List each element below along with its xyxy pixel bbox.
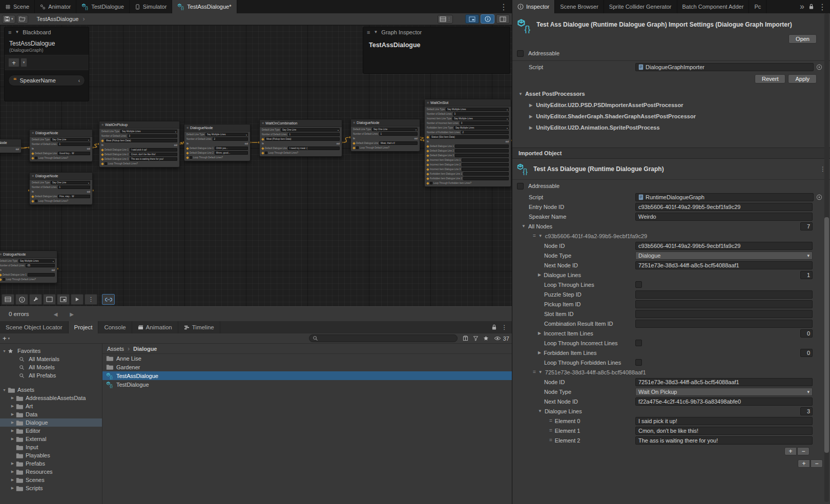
tree-arrow-icon[interactable]: ▼ — [1, 388, 8, 392]
tab-console[interactable]: Console — [98, 321, 132, 333]
panel-menu-kebab-icon[interactable]: ⋮ — [502, 324, 508, 331]
postprocessors-foldout[interactable]: ▼ Asset PostProcessors — [512, 87, 830, 99]
node-field[interactable]: 3 — [460, 121, 509, 125]
prev-error-button[interactable]: ◀ — [54, 311, 58, 317]
node-header[interactable]: ≡WaitOnPickup — [99, 121, 179, 129]
node-line-field[interactable]: I need my meat :( — [288, 146, 340, 150]
array-size-field[interactable]: 7 — [800, 222, 813, 230]
tree-item-all-materials[interactable]: All Materials — [0, 355, 102, 363]
window-tab-testdialogue[interactable]: {}TestDialogue — [76, 0, 130, 13]
inspector-tab-scene-browser[interactable]: Scene Browser — [555, 0, 604, 13]
graph-inspector-toggle-button[interactable] — [15, 294, 28, 305]
minimap-toggle-button[interactable] — [465, 14, 479, 24]
node-field[interactable]: 2 — [461, 131, 509, 134]
add-property-dropdown[interactable]: ▾ — [20, 58, 27, 67]
postprocessor-unityeditor-u2d-animation-spritepostprocess[interactable]: ▶UnityEditor.U2D.Animation.SpritePostPro… — [512, 122, 830, 133]
project-search-input[interactable] — [309, 334, 458, 342]
hidden-count-indicator[interactable]: 37 — [494, 335, 509, 342]
graph-node-dialoguenode[interactable]: ≡DialogueNodeDefault Line TypeSay Multip… — [0, 250, 57, 283]
node-header[interactable]: ≡DialogueNode — [30, 173, 92, 180]
node-dropdown[interactable]: Say Multiple Lines — [452, 117, 509, 120]
dropdown-field[interactable]: Dialogue — [635, 251, 813, 260]
postprocessor-unityeditor-u2d-psd-psdimporterassetpostprocessor[interactable]: ▶UnityEditor.U2D.PSD.PSDImporterAssetPos… — [512, 99, 830, 111]
file-row-gardener[interactable]: Gardener — [102, 363, 512, 371]
chevron-right-icon[interactable]: » — [800, 2, 804, 11]
node-checkbox[interactable] — [105, 162, 107, 165]
remove-element-button[interactable]: − — [797, 447, 810, 455]
node-dropdown[interactable]: Say Multiple Lines — [205, 133, 248, 136]
tree-arrow-icon[interactable]: ▶ — [9, 429, 16, 433]
node-header[interactable]: ≡WaitOnSlot — [425, 99, 511, 107]
window-tab-animator[interactable]: Animator — [35, 0, 76, 13]
file-row-testassdialogue[interactable]: {}TestAssDialogue — [102, 371, 512, 380]
foldout-arrow-icon[interactable]: ▼ — [538, 234, 543, 238]
node-section-header[interactable]: =▼c93b5606-401f-49a2-99b5-9ecbf1fa9c29 — [512, 231, 830, 241]
element-text-field[interactable]: Cmon, don't be like this! — [635, 427, 813, 435]
array-size-field[interactable]: 1 — [800, 271, 813, 279]
drag-handle-icon[interactable]: = — [533, 369, 536, 375]
graph-inspector-header[interactable]: ≡ ▼ Graph Inspector — [363, 27, 510, 37]
object-field[interactable]: RuntimeDialogueGraph — [635, 193, 814, 201]
more-options-kebab-button[interactable]: ⋮ — [85, 294, 97, 305]
tree-item-all-prefabs[interactable]: All Prefabs — [0, 371, 102, 380]
dropdown-field[interactable]: Wait On Pickup — [635, 388, 813, 396]
tree-item-dialogue[interactable]: ▶Dialogue — [0, 418, 102, 427]
tab-project[interactable]: Project — [69, 321, 99, 333]
node-checkbox[interactable] — [430, 182, 432, 184]
drag-handle-icon[interactable]: = — [533, 233, 536, 239]
node-dropdown[interactable]: Say Multiple Lines — [454, 126, 509, 130]
tree-item-favorites[interactable]: ▼Favorites — [0, 347, 102, 355]
tree-item-all-models[interactable]: All Models — [0, 363, 102, 371]
foldout-arrow-icon[interactable]: ▶ — [538, 350, 541, 355]
foldout-arrow-icon[interactable]: ▼ — [522, 224, 526, 228]
tree-item-assets[interactable]: ▼Assets — [0, 386, 102, 394]
inspector-tab-sprite-collider-generator[interactable]: Sprite Collider Generator — [604, 0, 677, 13]
tree-item-playables[interactable]: Playables — [0, 451, 102, 459]
property-checkbox[interactable] — [635, 359, 642, 366]
node-dropdown[interactable]: Say One Line — [51, 138, 90, 141]
inspector-menu-kebab-icon[interactable]: ⋮ — [818, 2, 826, 12]
node-line-field[interactable] — [462, 163, 509, 166]
node-header[interactable]: ≡DialogueNode — [184, 124, 250, 132]
graph-node-startnode[interactable]: ≡StartNodeConnectionsout — [0, 139, 22, 153]
window-tab-testassdialogue[interactable]: {}TestAssDialogue* — [172, 0, 237, 13]
node-line-field[interactable]: Meat, that's it! — [379, 141, 418, 145]
object-field[interactable]: DialogueGraphImporter — [635, 63, 814, 71]
foldout-arrow-icon[interactable]: ▶ — [538, 331, 541, 335]
graph-node-dialoguenode[interactable]: ≡DialogueNodeDefault Line TypeSay One Li… — [350, 119, 420, 152]
window-tab-simulator[interactable]: Simulator — [130, 0, 172, 13]
tree-arrow-icon[interactable]: ▶ — [9, 486, 16, 490]
link-lock-button[interactable] — [102, 294, 115, 305]
inspector-tab-inspector[interactable]: Inspector — [512, 0, 555, 13]
blackboard-toggle-button[interactable] — [496, 14, 510, 24]
node-field[interactable]: 3 — [453, 112, 509, 116]
node-header[interactable]: ≡StartNode — [0, 139, 21, 146]
revert-button[interactable]: Revert — [755, 74, 785, 83]
blackboard-toggle-button[interactable] — [2, 294, 14, 305]
node-object-field[interactable]: Meat (Pickup Item Data) — [105, 139, 177, 142]
tree-item-editor[interactable]: ▶Editor — [0, 427, 102, 435]
add-property-button[interactable]: + — [8, 58, 19, 67]
favorite-search-icon[interactable] — [483, 335, 489, 341]
node-header[interactable]: ≡DialogueNode — [0, 251, 57, 258]
foldout-arrow-icon[interactable]: ▼ — [538, 370, 543, 374]
tree-arrow-icon[interactable]: ▶ — [9, 437, 16, 441]
node-field[interactable]: 1 — [58, 185, 90, 189]
array-size-field[interactable]: 0 — [800, 349, 813, 357]
node-line-field[interactable] — [462, 167, 509, 171]
drag-handle-icon[interactable]: = — [549, 418, 552, 424]
inspector-tab-batch-component-adder[interactable]: Batch Component Adder — [677, 0, 750, 13]
node-header[interactable]: ≡WaitOnCombination — [260, 120, 342, 127]
apply-button[interactable]: Apply — [788, 74, 817, 83]
node-line-field[interactable] — [462, 158, 509, 162]
node-field[interactable]: 1 — [288, 133, 340, 136]
tree-item-scripts[interactable]: ▶Scripts — [0, 484, 102, 492]
property-checkbox[interactable] — [635, 281, 642, 288]
save-graph-button[interactable]: ▾ — [2, 15, 15, 24]
node-dropdown[interactable]: Say One Line — [281, 128, 340, 132]
node-dropdown[interactable]: Say Multiple Lines — [120, 130, 177, 133]
remove-node-button[interactable]: − — [811, 459, 823, 468]
node-line-field[interactable]: Cmon, don't be like this! — [130, 153, 177, 156]
node-object-field[interactable]: Meat (Pickup Item Data) — [265, 137, 340, 141]
text-field[interactable] — [635, 320, 813, 328]
